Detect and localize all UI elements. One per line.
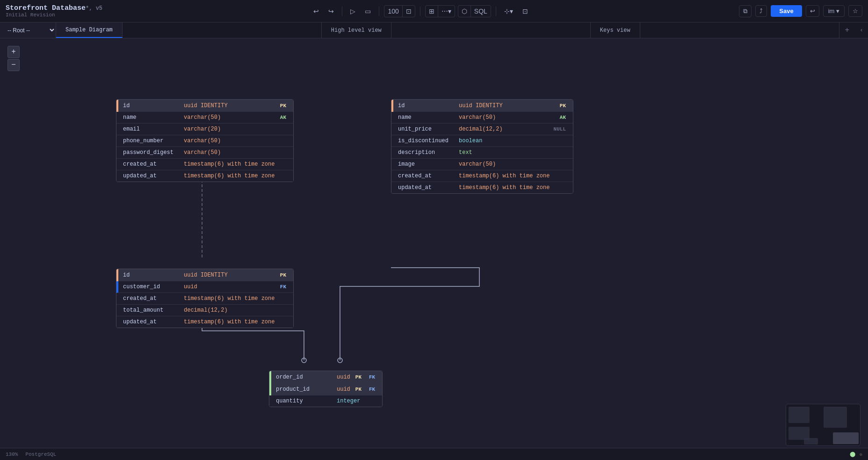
tab-spacer2	[391, 22, 591, 38]
svg-rect-7	[833, 432, 859, 444]
products-pk-type: uuid IDENTITY	[459, 102, 555, 109]
lines-button[interactable]: ⊹▾	[501, 6, 516, 17]
table-row: name varchar(50) AK	[391, 112, 573, 124]
orders-body: customer_id uuid FK created_at timestamp…	[116, 281, 293, 328]
im-dropdown[interactable]: im ▾	[823, 5, 845, 17]
zoom-controls: + −	[7, 46, 20, 71]
svg-rect-6	[804, 438, 818, 445]
products-pk-badge: PK	[557, 102, 568, 109]
table-row: updated_at timestamp(6) with time zone	[116, 316, 293, 328]
divider3	[420, 7, 420, 16]
statusbar-right: ⬤ ☆	[850, 451, 862, 457]
sql-button[interactable]: SQL	[471, 6, 491, 17]
table-row: customer_id uuid FK	[116, 281, 293, 293]
fit-button[interactable]: ⊡	[403, 6, 415, 17]
svg-rect-5	[788, 427, 810, 440]
table-insert-button[interactable]: ⊞	[426, 6, 438, 17]
star-button[interactable]: ☆	[848, 5, 862, 17]
table-row: updated_at timestamp(6) with time zone	[391, 182, 573, 193]
zoom-group: 100 ⊡	[384, 5, 415, 17]
tab-sample-diagram[interactable]: Sample Diagram	[56, 22, 123, 38]
app-title-suffix: *, v5	[86, 5, 102, 12]
save-button[interactable]: Save	[771, 5, 802, 17]
customers-pk-col: id	[123, 102, 184, 109]
table-row: is_discontinued boolean	[391, 135, 573, 147]
app-title-text: Storefront Database	[6, 4, 86, 12]
table-row: created_at timestamp(6) with time zone	[116, 293, 293, 305]
extra2-button[interactable]: ⬡	[458, 6, 471, 17]
table-order-items: public.order_items order_id uuid PK FK p…	[269, 371, 383, 407]
svg-rect-3	[788, 407, 810, 423]
table-customers: public.customers id uuid IDENTITY PK nam…	[116, 99, 294, 182]
tab-collapse-button[interactable]: ‹	[855, 22, 868, 38]
table-orders: public.orders id uuid IDENTITY PK custom…	[116, 269, 294, 328]
insert-group: ⊞ ⋯▾	[425, 5, 455, 17]
status-icon1: ⬤	[850, 451, 855, 457]
share-button[interactable]: ⤴	[755, 5, 767, 17]
table-row: created_at timestamp(6) with time zone	[116, 159, 293, 170]
products-pk-col: id	[398, 102, 459, 109]
customers-pk-row: id uuid IDENTITY PK	[116, 100, 293, 112]
table-row: total_amount decimal(12,2)	[116, 305, 293, 316]
zoom-100-button[interactable]: 100	[384, 6, 402, 17]
products-pk-row: id uuid IDENTITY PK	[391, 100, 573, 112]
table-row: quantity integer	[269, 395, 382, 407]
orders-pk-badge: PK	[278, 272, 289, 278]
zoom-out-button[interactable]: −	[7, 59, 20, 71]
window-button[interactable]: ⧉	[739, 5, 752, 17]
tab-spacer3	[640, 22, 839, 38]
table-row: created_at timestamp(6) with time zone	[391, 170, 573, 182]
select-tool-button[interactable]: ▷	[347, 6, 359, 17]
svg-rect-4	[824, 407, 847, 428]
table-row: description text	[391, 147, 573, 159]
table-row: unit_price decimal(12,2) NULL	[391, 124, 573, 135]
redo-button[interactable]: ↪	[325, 6, 337, 17]
divider1	[342, 7, 342, 16]
orders-pk-row: id uuid IDENTITY PK	[116, 269, 293, 281]
table-row: email varchar(20)	[116, 124, 293, 135]
topbar-right: ⧉ ⤴ Save ↩ im ▾ ☆	[739, 5, 862, 17]
table-row: phone_number varchar(50)	[116, 135, 293, 147]
tab-high-level[interactable]: High level view	[322, 22, 391, 38]
toolbar: ↩ ↪ ▷ ▭ 100 ⊡ ⊞ ⋯▾ ⬡ SQL ⊹▾ ⊡	[310, 5, 531, 17]
table-products: public.products id uuid IDENTITY PK name…	[391, 99, 573, 194]
undo2-button[interactable]: ↩	[806, 5, 819, 17]
tab-add-button[interactable]: +	[839, 22, 855, 38]
minimap	[786, 404, 861, 446]
zoom-in-button[interactable]: +	[7, 46, 20, 58]
customers-pk-type: uuid IDENTITY	[184, 102, 275, 109]
zoom-level: 130%	[6, 452, 18, 457]
table-row: password_digest varchar(50)	[116, 147, 293, 159]
order-items-pkfk-row2: product_id uuid PK FK	[269, 383, 382, 395]
status-icon2: ☆	[859, 451, 862, 457]
divider4	[496, 7, 496, 16]
extra-group: ⬡ SQL	[458, 5, 491, 17]
tabbar: -- Root -- Sample Diagram High level vie…	[0, 22, 868, 38]
svg-point-2	[302, 358, 306, 363]
customers-body: name varchar(50) AK email varchar(20) ph…	[116, 112, 293, 182]
topbar: Storefront Database*, v5 Initial Revisio…	[0, 0, 868, 22]
orders-pk-type: uuid IDENTITY	[184, 272, 275, 278]
divider2	[379, 7, 379, 16]
orders-pk-col: id	[123, 272, 184, 278]
svg-point-1	[338, 358, 342, 363]
order-items-body: quantity integer	[269, 395, 382, 407]
undo-button[interactable]: ↩	[310, 6, 322, 17]
table-row: name varchar(50) AK	[116, 112, 293, 124]
app-subtitle: Initial Revision	[6, 12, 102, 18]
statusbar: 130% PostgreSQL ⬤ ☆	[0, 448, 868, 460]
root-select[interactable]: -- Root --	[0, 22, 56, 38]
extra1-button[interactable]: ⋯▾	[438, 6, 455, 17]
order-items-pkfk-row1: order_id uuid PK FK	[269, 371, 382, 383]
customers-pk-badge: PK	[278, 102, 289, 109]
app-info: Storefront Database*, v5 Initial Revisio…	[6, 4, 102, 18]
app-title: Storefront Database*, v5	[6, 4, 102, 12]
layout-button[interactable]: ⊡	[519, 6, 531, 17]
rect-tool-button[interactable]: ▭	[362, 6, 374, 17]
tab-spacer	[123, 22, 322, 38]
table-row: image varchar(50)	[391, 159, 573, 170]
products-body: name varchar(50) AK unit_price decimal(1…	[391, 112, 573, 193]
canvas-area[interactable]: + − public.customers id uuid IDENTITY PK…	[0, 38, 868, 460]
tab-keys-view[interactable]: Keys view	[591, 22, 640, 38]
minimap-svg	[786, 404, 861, 446]
